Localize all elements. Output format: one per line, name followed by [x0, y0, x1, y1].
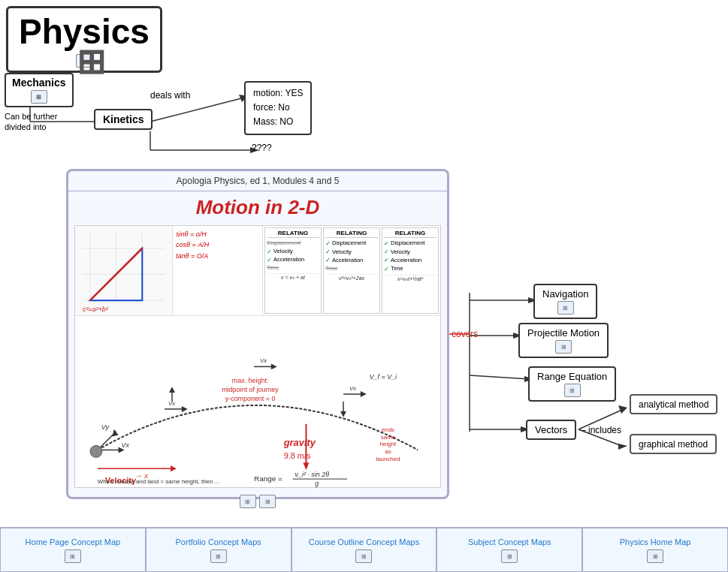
bottom-nav: Home Page Concept Map ⊞ Portfolio Concep… [0, 527, 728, 572]
svg-marker-65 [303, 462, 309, 470]
left-graph: c²=a²+b² [75, 226, 173, 315]
svg-text:midpoint of journey: midpoint of journey [222, 386, 279, 393]
motion-line3: Mass: NO [253, 115, 303, 129]
main-content-header: Apologia Physics, ed 1, Modules 4 and 5 [68, 171, 447, 191]
svg-text:g: g [315, 480, 319, 487]
svg-text:Vy: Vy [101, 423, 110, 431]
svg-text:max. height:: max. height: [232, 377, 269, 384]
nav-course-outline[interactable]: Course Outline Concept Maps ⊞ [292, 528, 437, 572]
nav-home-icon: ⊞ [65, 549, 81, 563]
question-marks: ???? [252, 143, 272, 153]
vectors-node: Vectors [526, 420, 576, 440]
svg-marker-19 [618, 405, 627, 414]
svg-text:Range =: Range = [254, 474, 282, 483]
range-equation-node: Range Equation ⊞ [528, 366, 616, 402]
nav-portfolio-icon: ⊞ [210, 549, 227, 563]
physics-icon: ⊞ [76, 54, 92, 68]
svg-line-14 [470, 375, 530, 379]
svg-line-3 [150, 98, 244, 122]
image-area: c²=a²+b² sinθ = o/H cosθ = A/H tanθ = O/… [74, 225, 441, 488]
bottom-half: Vy Vx Vx Vx Vx max. height: m [75, 316, 440, 487]
relating-col-2: RELATING ✓ Displacement ✓ Velocity ✓ Acc… [323, 227, 380, 314]
navigation-node: Navigation ⊞ [533, 284, 597, 319]
left-equations: sinθ = o/H cosθ = A/H tanθ = O/A [173, 226, 263, 315]
nav-subject-icon: ⊞ [501, 549, 518, 563]
deals-with-text: deals with [150, 90, 190, 101]
svg-marker-48 [169, 387, 175, 393]
nav-physics-home-icon: ⊞ [647, 549, 663, 563]
svg-text:gravity: gravity [283, 437, 316, 448]
motion-box: motion: YES force: No Mass: NO [244, 81, 312, 135]
motion-line1: motion: YES [253, 86, 303, 101]
relating-cols: RELATING Displacement ✓ Velocity ✓ Accel… [263, 226, 440, 315]
includes-label: – includes [581, 425, 621, 435]
range-equation-icon: ⊞ [564, 384, 581, 397]
svg-text:same: same [381, 434, 396, 441]
svg-marker-21 [618, 444, 627, 450]
relating-col-1: RELATING Displacement ✓ Velocity ✓ Accel… [264, 227, 322, 314]
svg-text:ends: ends [382, 426, 394, 433]
svg-marker-45 [361, 391, 367, 397]
svg-text:y-component = 0: y-component = 0 [225, 395, 276, 402]
bottom-icon-1: ⊞ [240, 495, 256, 508]
svg-text:9.8 m/s: 9.8 m/s [284, 451, 311, 460]
navigation-icon: ⊞ [557, 301, 574, 315]
svg-text:c²=a²+b²: c²=a²+b² [83, 306, 109, 313]
svg-marker-32 [113, 429, 119, 437]
nav-course-icon: ⊞ [355, 549, 372, 563]
svg-text:Vx: Vx [349, 385, 357, 392]
svg-text:as: as [385, 448, 391, 455]
mechanics-box: Mechanics ⊞ [5, 73, 74, 107]
bottom-icons: ⊞ ⊞ [68, 491, 447, 511]
motion-line2: force: No [253, 101, 303, 115]
nav-portfolio[interactable]: Portfolio Concept Maps ⊞ [146, 528, 292, 572]
nav-physics-home[interactable]: Physics Home Map ⊞ [582, 528, 728, 572]
svg-marker-42 [271, 363, 277, 369]
mechanics-label: Mechanics [12, 77, 66, 89]
bottom-icon-2: ⊞ [259, 495, 276, 508]
nav-home-page[interactable]: Home Page Concept Map ⊞ [0, 528, 146, 572]
svg-text:height: height [380, 441, 397, 447]
svg-text:v_i² · sin 2θ: v_i² · sin 2θ [295, 471, 330, 478]
can-be-further-text: Can be further divided into [5, 111, 80, 133]
nav-subject[interactable]: Subject Concept Maps ⊞ [436, 528, 582, 572]
main-content-box: Apologia Physics, ed 1, Modules 4 and 5 … [66, 169, 449, 499]
svg-point-35 [90, 445, 102, 457]
mechanics-icon: ⊞ [31, 90, 47, 104]
analytical-method-node: analytical method [630, 394, 717, 414]
projectile-motion-node: Projectile Motion ⊞ [518, 323, 609, 358]
svg-text:Vx: Vx [260, 357, 267, 364]
svg-marker-61 [171, 465, 177, 471]
svg-text:launched: launched [376, 456, 400, 462]
graphical-method-node: graphical method [630, 434, 717, 454]
kinetics-label: Kinetics [103, 113, 143, 125]
svg-marker-39 [182, 406, 188, 412]
main-content-title: Motion in 2-D [68, 191, 447, 222]
kinetics-box: Kinetics [94, 109, 153, 130]
relating-col-3: RELATING ✓ Displacement ✓ Velocity ✓ Acc… [382, 227, 439, 314]
svg-text:When release and land = same h: When release and land = same height, the… [98, 478, 219, 485]
physics-title-box: Physics ⊞ [6, 6, 162, 73]
projectile-motion-icon: ⊞ [555, 340, 572, 354]
svg-marker-50 [340, 411, 346, 417]
covers-label: covers [452, 329, 478, 339]
svg-text:Vx: Vx [122, 441, 130, 449]
svg-text:V_f = V_i: V_f = V_i [370, 373, 397, 381]
